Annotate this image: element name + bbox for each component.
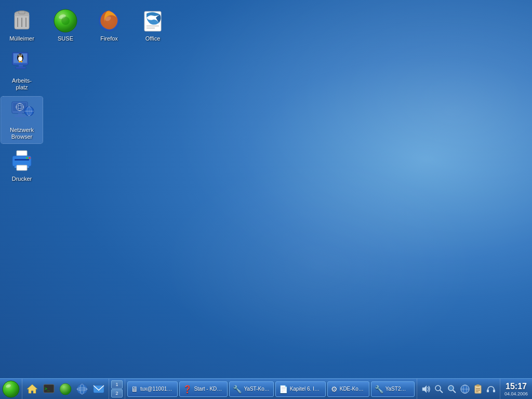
task-kde-label: KDE-Kontrollzentrum (340, 386, 366, 392)
task-yast-icon: 🔧 (233, 385, 242, 393)
task-tux-label: tux@1100101995:.../publ... (140, 386, 174, 392)
task-kapitel-inverse[interactable]: 📄 Kapitel 6. Inverse Suche... (275, 381, 326, 397)
taskbar: >_ (0, 378, 532, 399)
system-tray (417, 379, 500, 399)
pager-desktop-2[interactable]: 2 (111, 389, 123, 397)
svg-rect-66 (476, 384, 480, 387)
task-yast2[interactable]: 🔧 YaST2@1100101995 (371, 381, 415, 397)
svg-point-22 (19, 55, 20, 55)
svg-rect-43 (15, 159, 29, 161)
virtual-desktop-pager: 1 2 (109, 379, 125, 399)
mulleimer-icon (9, 8, 34, 33)
task-yast-kontrollzentrum[interactable]: 🔧 YaST-Kontrollzentrum (229, 381, 273, 397)
drucker-label: Drucker (12, 176, 32, 182)
desktop-icon-mulleimer[interactable]: Mülleimer (1, 5, 43, 45)
task-tux-icon: 🖥 (131, 385, 138, 393)
desktop-icon-suse[interactable]: SUSE (45, 5, 86, 45)
svg-rect-65 (475, 385, 481, 393)
svg-point-23 (21, 55, 22, 55)
svg-rect-36 (15, 115, 26, 117)
ql-suse-button[interactable] (58, 381, 73, 397)
svg-rect-45 (17, 165, 27, 170)
svg-rect-27 (19, 61, 20, 62)
suse-icon (53, 8, 78, 33)
task-help-label: Start - KDE-Hilfezentrum (194, 386, 224, 392)
office-label: Office (145, 35, 161, 42)
netzwerk-label: Netzwerk Browser (3, 127, 41, 140)
tray-clipboard-icon[interactable] (472, 383, 484, 395)
clock-date: 04.04.2006 (504, 391, 528, 396)
start-button[interactable] (1, 379, 21, 399)
svg-point-52 (60, 383, 71, 395)
desktop-icons-container: Mülleimer (0, 0, 175, 191)
tray-network-icon[interactable] (459, 383, 471, 395)
drucker-icon (9, 149, 34, 174)
desktop-icon-drucker[interactable]: Drucker (1, 145, 43, 185)
svg-point-58 (435, 385, 441, 391)
task-kde-hilfezentrum[interactable]: ❓ Start - KDE-Hilfezentrum (179, 381, 228, 397)
ql-email-button[interactable] (91, 381, 107, 397)
desktop-icon-netzwerk[interactable]: Netzwerk Browser (1, 97, 43, 143)
svg-rect-71 (493, 390, 495, 392)
arbeitsplatz-label: Arbeits-platz (12, 77, 32, 91)
svg-text:>_: >_ (45, 387, 50, 391)
task-yast2-icon: 🔧 (375, 385, 383, 393)
svg-point-46 (26, 157, 28, 159)
svg-point-9 (61, 17, 70, 25)
desktop-icon-firefox[interactable]: Firefox (88, 5, 130, 45)
tray-volume-icon[interactable] (420, 383, 432, 395)
netzwerk-icon (9, 100, 34, 125)
task-help-icon: ❓ (183, 385, 192, 393)
taskbar-tasks: 🖥 tux@1100101995:.../publ... ❓ Start - K… (125, 379, 417, 399)
mulleimer-label: Mülleimer (9, 35, 34, 42)
office-icon (140, 8, 165, 33)
pager-desktop-1[interactable]: 1 (111, 380, 123, 389)
svg-point-47 (29, 157, 31, 159)
tray-search1-icon[interactable] (433, 383, 445, 395)
ql-network-button[interactable] (74, 381, 90, 397)
arbeitsplatz-icon (9, 50, 34, 75)
task-yast2-label: YaST2@1100101995 (385, 386, 411, 392)
svg-rect-6 (19, 11, 25, 14)
svg-point-60 (448, 385, 454, 391)
task-kde-kontrollzentrum[interactable]: ⚙ KDE-Kontrollzentrum (327, 381, 369, 397)
svg-point-48 (3, 381, 19, 397)
svg-rect-70 (487, 390, 489, 392)
firefox-icon (97, 8, 122, 33)
icon-row-3: Drucker (0, 144, 175, 187)
task-doc-icon: 📄 (279, 385, 288, 393)
svg-line-61 (453, 390, 456, 393)
svg-rect-35 (18, 113, 22, 115)
task-tux-terminal[interactable]: 🖥 tux@1100101995:.../publ... (127, 381, 178, 397)
ql-terminal-button[interactable]: >_ (41, 381, 57, 397)
icon-row-2: Netzwerk Browser (0, 96, 175, 144)
ql-home-button[interactable] (24, 381, 40, 397)
task-yast-label: YaST-Kontrollzentrum (244, 386, 270, 392)
clock-time: 15:17 (506, 382, 527, 391)
desktop-icon-office[interactable]: Office (132, 5, 174, 45)
tray-headphones-icon[interactable] (485, 383, 497, 395)
desktop-icon-arbeitsplatz[interactable]: Arbeits-platz (1, 47, 43, 94)
svg-rect-42 (12, 156, 31, 166)
tray-search2-icon[interactable] (446, 383, 458, 395)
svg-point-24 (19, 56, 21, 57)
svg-rect-25 (19, 65, 23, 67)
system-clock[interactable]: 15:17 04.04.2006 (500, 379, 532, 399)
quicklaunch-bar: >_ (22, 379, 109, 399)
icon-row-1: Arbeits-platz (0, 46, 175, 95)
task-kapitel-label: Kapitel 6. Inverse Suche... (290, 386, 322, 392)
icon-row-0: Mülleimer (0, 4, 175, 46)
desktop: Mülleimer (0, 0, 532, 399)
svg-rect-26 (16, 67, 26, 69)
svg-rect-28 (21, 61, 22, 62)
suse-label: SUSE (58, 35, 73, 42)
svg-line-59 (440, 390, 443, 393)
firefox-label: Firefox (100, 35, 118, 42)
task-kde-icon: ⚙ (331, 385, 338, 393)
